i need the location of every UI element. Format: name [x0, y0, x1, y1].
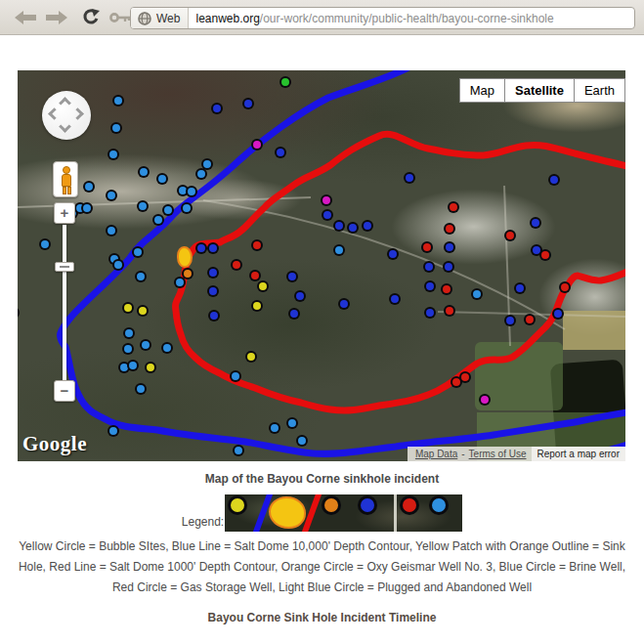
map-marker-yellow[interactable] — [147, 364, 154, 371]
map-marker-navy[interactable] — [426, 282, 434, 290]
map-marker-navy[interactable] — [391, 295, 399, 303]
map-marker-lightblue[interactable] — [114, 261, 122, 269]
map-marker-yellow[interactable] — [247, 353, 255, 361]
map-marker-navy[interactable] — [516, 284, 524, 292]
map-marker-navy[interactable] — [533, 246, 540, 254]
map-marker-red[interactable] — [506, 232, 514, 239]
map-marker-lightblue[interactable] — [124, 345, 132, 353]
street-view-pegman[interactable] — [53, 161, 78, 197]
map-marker-navy[interactable] — [323, 211, 331, 219]
map-marker-lightblue[interactable] — [232, 372, 239, 380]
map-marker-lightblue[interactable] — [140, 168, 148, 176]
zoom-out-button[interactable]: − — [54, 380, 75, 402]
map-marker-lightblue[interactable] — [235, 447, 242, 454]
map-marker-lightblue[interactable] — [85, 183, 93, 191]
map-marker-yellow[interactable] — [259, 282, 267, 290]
map-marker-navy[interactable] — [550, 176, 558, 184]
map-marker-navy[interactable] — [197, 244, 205, 252]
zoom-slider-handle[interactable] — [55, 262, 74, 272]
map-marker-lightblue[interactable] — [203, 160, 211, 168]
map-marker-lightblue[interactable] — [107, 192, 115, 199]
map-marker-lightblue[interactable] — [83, 204, 91, 212]
map-marker-red[interactable] — [541, 251, 549, 259]
map-marker-lightblue[interactable] — [142, 341, 150, 349]
map-data-link[interactable]: Map Data — [415, 449, 457, 459]
map-marker-navy[interactable] — [277, 149, 284, 156]
map-marker-navy[interactable] — [349, 224, 357, 232]
map-marker-lightblue[interactable] — [179, 187, 187, 194]
refresh-icon[interactable] — [81, 8, 101, 27]
sinkhole-patch[interactable] — [177, 246, 193, 268]
map-marker-lightblue[interactable] — [112, 124, 120, 132]
map-marker-lightblue[interactable] — [197, 170, 205, 178]
map-marker-lightblue[interactable] — [176, 279, 184, 286]
map-marker-red[interactable] — [233, 261, 240, 269]
map-marker-navy[interactable] — [209, 287, 217, 295]
map-marker-navy[interactable] — [290, 310, 298, 318]
map-type-satellite-button[interactable]: Satellite — [505, 78, 575, 103]
map-marker-navy[interactable] — [554, 310, 562, 318]
map-marker-lightblue[interactable] — [114, 97, 122, 105]
map-marker-navy[interactable] — [340, 300, 348, 308]
map-marker-red[interactable] — [526, 316, 534, 323]
map-marker-magenta[interactable] — [322, 196, 330, 204]
map-marker-red[interactable] — [251, 272, 259, 279]
map-marker-lightblue[interactable] — [164, 206, 172, 214]
map-marker-orange[interactable] — [184, 270, 192, 278]
zoom-in-button[interactable]: + — [54, 202, 75, 224]
map-marker-red[interactable] — [446, 225, 453, 233]
map-marker-navy[interactable] — [213, 105, 221, 112]
map-marker-red[interactable] — [423, 243, 431, 251]
map-marker-lightblue[interactable] — [125, 329, 133, 337]
map-marker-navy[interactable] — [506, 317, 514, 324]
map-marker-lightblue[interactable] — [154, 216, 162, 224]
map-marker-navy[interactable] — [426, 309, 434, 317]
map-marker-lightblue[interactable] — [134, 248, 142, 256]
pan-right-icon[interactable] — [71, 107, 84, 120]
map-type-map-button[interactable]: Map — [459, 78, 505, 103]
map-marker-lightblue[interactable] — [158, 175, 166, 183]
map-marker-red[interactable] — [446, 307, 453, 315]
map-marker-yellow[interactable] — [124, 304, 132, 312]
map-marker-lightblue[interactable] — [120, 364, 128, 371]
zoom-slider-track[interactable] — [63, 225, 66, 393]
map-marker-red[interactable] — [450, 203, 457, 211]
map-marker-red[interactable] — [461, 373, 469, 381]
pan-down-icon[interactable] — [59, 120, 71, 133]
map-type-earth-button[interactable]: Earth — [575, 78, 625, 103]
map-marker-lightblue[interactable] — [139, 202, 147, 210]
map-marker-yellow[interactable] — [253, 302, 261, 310]
forward-arrow-icon[interactable] — [45, 10, 68, 25]
map-marker-lightblue[interactable] — [129, 362, 137, 369]
pan-left-icon[interactable] — [48, 107, 61, 120]
map-marker-lightblue[interactable] — [41, 240, 49, 248]
url-text[interactable]: leanweb.org/our-work/community/public-he… — [189, 12, 553, 25]
pan-control[interactable] — [42, 91, 91, 140]
map-marker-lightblue[interactable] — [188, 188, 195, 195]
map-marker-navy[interactable] — [445, 263, 452, 271]
map-marker-navy[interactable] — [210, 312, 218, 320]
report-map-error-button[interactable]: Report a map error — [532, 447, 625, 461]
map-marker-green[interactable] — [281, 78, 289, 86]
map-marker-lightblue[interactable] — [107, 227, 115, 235]
map-marker-navy[interactable] — [532, 219, 539, 227]
map-marker-lightblue[interactable] — [109, 150, 117, 158]
map-marker-navy[interactable] — [364, 222, 371, 230]
map-marker-navy[interactable] — [406, 174, 413, 182]
map-marker-lightblue[interactable] — [137, 273, 145, 280]
map-marker-magenta[interactable] — [481, 396, 489, 404]
map-marker-lightblue[interactable] — [137, 385, 145, 393]
map-marker-magenta[interactable] — [253, 141, 261, 149]
map-marker-red[interactable] — [561, 283, 569, 291]
satellite-map[interactable]: + − Map Satellite Earth Google Map Data … — [18, 70, 625, 461]
url-bar[interactable]: Web leanweb.org/our-work/community/publi… — [130, 7, 635, 29]
map-marker-red[interactable] — [253, 241, 261, 249]
map-marker-lightblue[interactable] — [109, 427, 117, 435]
map-marker-lightblue[interactable] — [163, 344, 171, 352]
pan-up-icon[interactable] — [59, 97, 71, 109]
map-marker-navy[interactable] — [446, 243, 453, 251]
back-arrow-icon[interactable] — [14, 10, 37, 25]
map-marker-navy[interactable] — [389, 250, 397, 258]
map-marker-navy[interactable] — [288, 273, 296, 280]
terms-of-use-link[interactable]: Terms of Use — [469, 449, 527, 459]
